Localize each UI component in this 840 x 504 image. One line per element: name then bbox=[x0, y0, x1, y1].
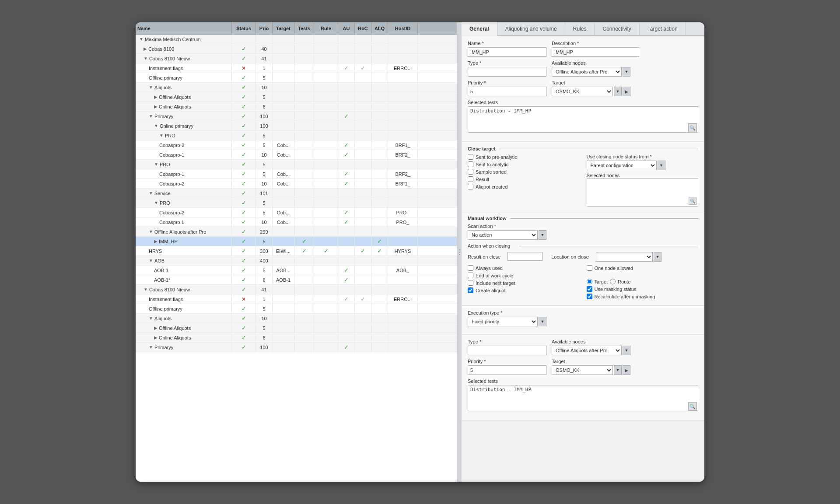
target-dropdown-btn[interactable]: ▼ bbox=[614, 87, 622, 96]
tree-row[interactable]: ▼ Primaryy✓100✓ bbox=[136, 112, 457, 121]
bottom-selected-tests-textarea[interactable]: Distribution - IMM_HP bbox=[468, 385, 698, 411]
expand-icon[interactable]: ▼ bbox=[149, 114, 153, 119]
tree-row[interactable]: ▼ Aliquots✓10 bbox=[136, 314, 457, 323]
tree-row[interactable]: Cobaspro-1✓5Cob...✓BRF2_ bbox=[136, 169, 457, 179]
tab-aliquoting[interactable]: Aliquoting and volume bbox=[497, 22, 565, 35]
available-nodes-dropdown-btn[interactable]: ▼ bbox=[623, 67, 630, 77]
expand-icon[interactable]: ▼ bbox=[149, 345, 153, 350]
target-radio[interactable] bbox=[587, 279, 592, 284]
tree-row[interactable]: ▼ Primaryy✓100✓ bbox=[136, 343, 457, 352]
expand-icon[interactable]: ▼ bbox=[144, 56, 148, 61]
expand-icon[interactable]: ▼ bbox=[149, 229, 153, 234]
tree-row[interactable]: Cobaspro-1✓10Cob...✓BRF2_ bbox=[136, 150, 457, 160]
tree-row[interactable]: ▼ Cobas 8100 Nieuw✓41 bbox=[136, 285, 457, 294]
execution-type-dropdown-btn[interactable]: ▼ bbox=[539, 317, 546, 326]
tab-connectivity[interactable]: Connectivity bbox=[595, 22, 639, 35]
aliquot-created-checkbox[interactable] bbox=[468, 184, 473, 189]
expand-icon[interactable]: ▶ bbox=[144, 46, 147, 51]
expand-icon[interactable]: ▼ bbox=[144, 287, 148, 292]
expand-icon[interactable]: ▼ bbox=[149, 191, 153, 196]
tree-row[interactable]: Cobaspro 1✓10Cob...✓PRO_ bbox=[136, 217, 457, 227]
expand-icon[interactable]: ▼ bbox=[154, 200, 158, 205]
target-select[interactable]: OSMO_KK bbox=[552, 87, 613, 96]
bottom-target-nav-btn[interactable]: ▶ bbox=[623, 365, 630, 375]
sent-analytic-checkbox[interactable] bbox=[468, 161, 473, 167]
description-input[interactable] bbox=[552, 47, 639, 57]
type-input[interactable] bbox=[468, 67, 546, 77]
tree-row[interactable]: ▶ Cobas 8100✓40 bbox=[136, 44, 457, 54]
tree-row[interactable]: ▼ Offline Aliquots after Pro✓299 bbox=[136, 227, 457, 237]
scan-action-dropdown-btn[interactable]: ▼ bbox=[539, 230, 546, 240]
one-node-allowed-checkbox[interactable] bbox=[587, 265, 592, 271]
tree-row[interactable]: AOB-1✓5AOB...✓AOB_ bbox=[136, 266, 457, 275]
nodes-search-btn[interactable]: 🔍 bbox=[689, 197, 696, 205]
tree-row[interactable]: Instrument flags✕1✓✓ERRO... bbox=[136, 294, 457, 304]
use-closing-dropdown-btn[interactable]: ▼ bbox=[658, 161, 665, 170]
sent-preanalytic-checkbox[interactable] bbox=[468, 154, 473, 160]
panel-divider[interactable]: ⋮ bbox=[457, 22, 462, 482]
available-nodes-select[interactable]: Offline Aliquots after Pro bbox=[552, 67, 622, 77]
route-radio[interactable] bbox=[610, 279, 616, 284]
expand-icon[interactable]: ▶ bbox=[154, 335, 158, 340]
tree-row[interactable]: AOB-1*✓6AOB-1✓ bbox=[136, 275, 457, 285]
result-on-close-input[interactable] bbox=[508, 252, 542, 261]
tree-row[interactable]: HRYS✓300EIWI...✓✓✓✓HYRYS bbox=[136, 246, 457, 256]
tree-row[interactable]: ▼ Maxima Medisch Centrum bbox=[136, 35, 457, 44]
tree-row[interactable]: ▼ PRO✓5 bbox=[136, 131, 457, 140]
tree-row[interactable]: ▼ Service✓101 bbox=[136, 189, 457, 198]
bottom-available-nodes-dropdown-btn[interactable]: ▼ bbox=[623, 346, 630, 355]
location-on-close-select[interactable] bbox=[596, 252, 653, 262]
include-next-target-checkbox[interactable] bbox=[468, 280, 473, 286]
priority-input[interactable] bbox=[468, 87, 546, 96]
location-dropdown-btn[interactable]: ▼ bbox=[654, 252, 662, 262]
target-nav-btn[interactable]: ▶ bbox=[623, 87, 630, 96]
name-input[interactable] bbox=[468, 47, 546, 57]
create-aliquot-checkbox[interactable] bbox=[468, 287, 473, 293]
expand-icon[interactable]: ▼ bbox=[154, 162, 158, 167]
expand-icon[interactable]: ▶ bbox=[154, 94, 158, 99]
bottom-priority-input[interactable] bbox=[468, 365, 546, 375]
expand-icon[interactable]: ▼ bbox=[149, 258, 153, 263]
selected-tests-textarea[interactable]: Distribution - IMM_HP bbox=[468, 106, 698, 133]
tree-row[interactable]: Instrument flags✕1✓✓ERRO... bbox=[136, 63, 457, 73]
tree-row[interactable]: Cobaspro-2✓5Cob...✓PRO_ bbox=[136, 208, 457, 217]
tree-row[interactable]: ▼ Cobas 8100 Nieuw✓41 bbox=[136, 54, 457, 63]
expand-icon[interactable]: ▶ bbox=[154, 104, 158, 109]
selected-tests-search-btn[interactable]: 🔍 bbox=[688, 123, 697, 132]
use-closing-select[interactable]: Parent configuration bbox=[587, 161, 657, 170]
execution-type-select[interactable]: Fixed priority bbox=[468, 317, 538, 326]
tree-row[interactable]: ▶ Online Aliquots✓6 bbox=[136, 102, 457, 112]
tree-row[interactable]: ▼ Online primaryy✓100 bbox=[136, 121, 457, 131]
always-used-checkbox[interactable] bbox=[468, 265, 473, 271]
expand-icon[interactable]: ▼ bbox=[159, 133, 164, 138]
tree-row[interactable]: ▼ AOB✓400 bbox=[136, 256, 457, 266]
use-masking-checkbox[interactable] bbox=[587, 286, 592, 292]
expand-icon[interactable]: ▶ bbox=[154, 239, 158, 244]
bottom-target-dropdown-btn[interactable]: ▼ bbox=[614, 365, 622, 375]
tab-rules[interactable]: Rules bbox=[565, 22, 595, 35]
scan-action-select[interactable]: No action bbox=[468, 230, 538, 240]
tree-row[interactable]: Cobaspro-2✓10Cob...✓BRF1_ bbox=[136, 179, 457, 189]
bottom-type-input[interactable] bbox=[468, 346, 546, 355]
expand-icon[interactable]: ▼ bbox=[149, 85, 153, 90]
tree-row[interactable]: ▼ PRO✓5 bbox=[136, 198, 457, 208]
tree-row[interactable]: ▶ Offline Aliquots✓5 bbox=[136, 92, 457, 102]
tree-row[interactable]: Cobaspro-2✓5Cob...✓BRF1_ bbox=[136, 140, 457, 150]
tree-row[interactable]: ▶ Offline Aliquots✓5 bbox=[136, 323, 457, 333]
tree-row[interactable]: Offline primaryy✓5 bbox=[136, 304, 457, 314]
expand-icon[interactable]: ▼ bbox=[154, 123, 158, 128]
expand-icon[interactable]: ▼ bbox=[149, 316, 153, 321]
recalculate-checkbox[interactable] bbox=[587, 294, 592, 299]
sample-sorted-checkbox[interactable] bbox=[468, 169, 473, 175]
result-checkbox[interactable] bbox=[468, 176, 473, 182]
tab-general[interactable]: General bbox=[462, 22, 497, 36]
tree-row[interactable]: ▼ Aliquots✓10 bbox=[136, 83, 457, 92]
expand-icon[interactable]: ▼ bbox=[139, 37, 144, 42]
expand-icon[interactable]: ▶ bbox=[154, 326, 158, 330]
bottom-selected-tests-search-btn[interactable]: 🔍 bbox=[688, 402, 697, 411]
tree-row[interactable]: ▶ Online Aliquots✓6 bbox=[136, 333, 457, 343]
tree-row[interactable]: ▼ PRO✓5 bbox=[136, 160, 457, 169]
bottom-target-select[interactable]: OSMO_KK bbox=[552, 365, 613, 375]
bottom-available-nodes-select[interactable]: Offline Aliquots after Pro bbox=[552, 346, 622, 355]
tab-target-action[interactable]: Target action bbox=[640, 22, 686, 35]
